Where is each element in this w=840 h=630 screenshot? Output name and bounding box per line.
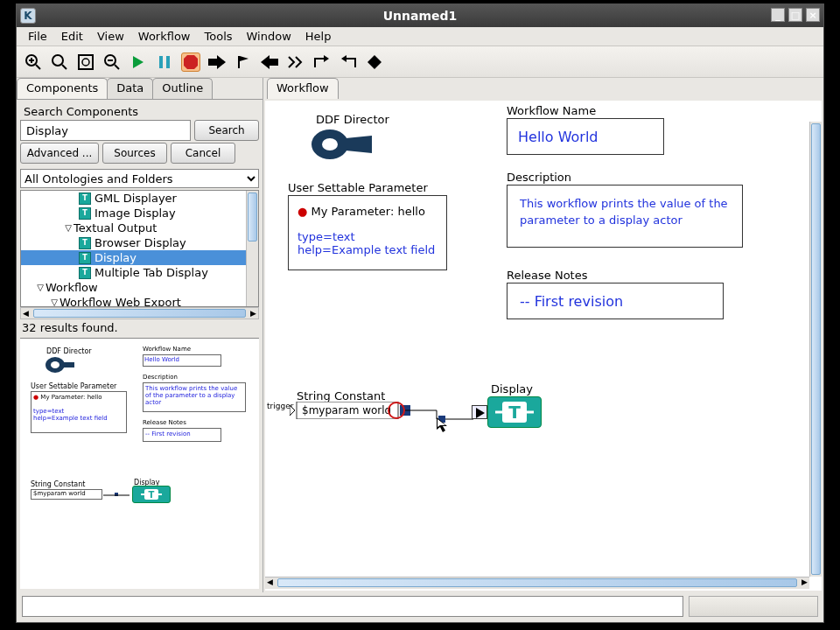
svg-marker-39 [476, 408, 485, 418]
parameter-heading: User Settable Parameter [288, 181, 428, 194]
svg-point-31 [322, 138, 338, 150]
tab-data[interactable]: Data [107, 78, 153, 99]
svg-marker-32 [290, 405, 295, 416]
svg-line-5 [62, 65, 66, 69]
svg-rect-12 [159, 56, 163, 68]
selected-port-icon [386, 400, 407, 421]
run-icon[interactable] [129, 52, 148, 72]
release-notes-label: Release Notes [507, 269, 587, 282]
tab-outline[interactable]: Outline [152, 78, 213, 99]
tree-vscroll[interactable] [246, 191, 258, 306]
component-icon: T [79, 267, 91, 279]
svg-text:$myparam world: $myparam world [302, 404, 391, 416]
left-pane: Components Data Outline Search Component… [17, 78, 263, 592]
menu-file[interactable]: File [22, 28, 53, 45]
close-button[interactable]: × [806, 8, 820, 22]
ontology-combo[interactable]: All Ontologies and Folders [20, 169, 259, 188]
tab-components[interactable]: Components [17, 78, 108, 99]
menu-workflow[interactable]: Workflow [132, 28, 197, 45]
display-actor[interactable]: T [472, 396, 542, 428]
tree-item[interactable]: TMultiple Tab Display [21, 265, 246, 280]
tree-item[interactable]: TBrowser Display [21, 235, 246, 250]
zoom-reset-icon[interactable] [50, 52, 69, 72]
zoom-in-icon[interactable] [24, 52, 43, 72]
director-label: DDF Director [316, 113, 389, 126]
svg-rect-16 [238, 56, 240, 68]
svg-marker-21 [368, 55, 382, 69]
status-button[interactable] [689, 596, 818, 617]
advanced-button[interactable]: Advanced ... [20, 143, 99, 164]
description-label: Description [507, 171, 571, 184]
string-constant-label: String Constant [297, 389, 385, 402]
cancel-button[interactable]: Cancel [171, 143, 235, 164]
component-icon: T [79, 237, 91, 249]
workflow-name-box[interactable]: Hello World [507, 118, 664, 155]
ddf-director[interactable] [311, 127, 374, 165]
step-over-icon[interactable] [312, 52, 332, 72]
tree-item[interactable]: ▽Workflow [21, 280, 246, 295]
svg-line-9 [115, 65, 119, 69]
search-button[interactable]: Search [194, 120, 259, 141]
svg-marker-11 [133, 56, 144, 68]
canvas-vscroll[interactable] [809, 122, 822, 577]
status-input[interactable] [22, 596, 683, 617]
step-return-icon[interactable] [339, 52, 358, 72]
pause-icon[interactable] [155, 52, 174, 72]
tab-workflow[interactable]: Workflow [267, 78, 339, 99]
app-icon: K [20, 8, 36, 24]
tree-item[interactable]: TDisplay [21, 250, 246, 265]
component-icon: T [79, 192, 91, 205]
search-input[interactable] [20, 120, 191, 141]
menu-view[interactable]: View [91, 28, 130, 45]
svg-point-4 [52, 55, 63, 66]
status-bar [17, 592, 823, 622]
maximize-button[interactable]: □ [788, 8, 802, 22]
svg-line-1 [36, 65, 40, 69]
window-title: Unnamed1 [383, 9, 458, 23]
svg-marker-15 [208, 55, 226, 69]
search-heading: Search Components [20, 103, 259, 120]
svg-marker-18 [261, 55, 278, 69]
titlebar: K Unnamed1 _ □ × [17, 4, 823, 27]
svg-point-23 [51, 361, 60, 368]
menu-tools[interactable]: Tools [199, 28, 239, 45]
flag-icon[interactable] [234, 52, 253, 72]
sources-button[interactable]: Sources [102, 143, 167, 164]
svg-marker-14 [184, 55, 198, 69]
svg-rect-6 [79, 55, 93, 69]
menu-help[interactable]: Help [299, 28, 338, 45]
stop-icon[interactable] [181, 52, 200, 72]
tree-hscroll[interactable]: ◀ ▶ [20, 307, 259, 319]
step-forward-icon[interactable] [286, 52, 305, 72]
menu-edit[interactable]: Edit [55, 28, 89, 45]
display-input-port[interactable] [472, 405, 487, 419]
workflow-preview: DDF Director Hello World Workflow Name U… [20, 338, 259, 589]
component-tree[interactable]: TGML DisplayerTImage Display▽Textual Out… [20, 190, 259, 307]
svg-marker-17 [240, 56, 248, 61]
workflow-name-label: Workflow Name [507, 104, 596, 117]
menu-window[interactable]: Window [241, 28, 298, 45]
display-actor-label: Display [491, 382, 533, 396]
tree-item[interactable]: ▽Workflow Web Export [21, 295, 246, 306]
svg-text:T: T [149, 490, 155, 500]
minimize-button[interactable]: _ [771, 8, 785, 22]
zoom-out-icon[interactable] [102, 52, 122, 72]
svg-marker-20 [341, 55, 346, 62]
parameter-box[interactable]: ● My Parameter: hello type=text help=Exa… [288, 195, 447, 270]
tree-item[interactable]: TGML Displayer [21, 191, 246, 206]
arrow-right-icon[interactable] [207, 52, 227, 72]
tree-item[interactable]: ▽Textual Output [21, 220, 246, 235]
svg-text:T: T [508, 402, 521, 423]
diamond-icon[interactable] [365, 52, 384, 72]
canvas-hscroll[interactable]: ◀ ▶ [265, 577, 809, 589]
workflow-canvas[interactable]: DDF Director User Settable Parameter ● M… [265, 101, 822, 591]
description-box[interactable]: This workflow prints the value of the pa… [507, 185, 743, 248]
tree-item[interactable]: TImage Display [21, 206, 246, 220]
arrow-left-flag-icon[interactable] [260, 52, 279, 72]
release-notes-box[interactable]: -- First revision [507, 283, 724, 319]
svg-point-7 [82, 59, 89, 66]
svg-rect-13 [166, 56, 170, 68]
svg-marker-19 [324, 55, 329, 62]
zoom-fit-icon[interactable] [76, 52, 95, 72]
main-window: K Unnamed1 _ □ × File Edit View Workflow… [16, 4, 824, 623]
